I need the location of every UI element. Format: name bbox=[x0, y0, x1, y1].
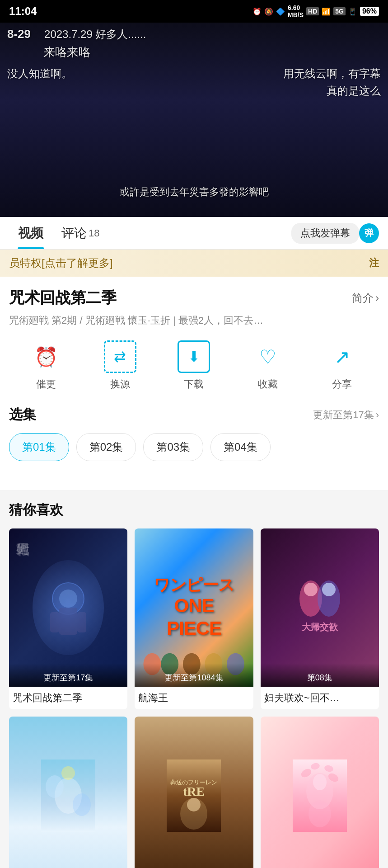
tab-video[interactable]: 视频 bbox=[9, 217, 52, 249]
card-bg-sky bbox=[9, 717, 127, 868]
card-image-marriage: 大帰交歓 第08集 bbox=[261, 528, 379, 687]
danmaku-item: 8-29 bbox=[7, 27, 31, 42]
danmaku-row-1: 8-29 2023.7.29 好多人...... bbox=[7, 27, 381, 42]
recommend-card-onepiece[interactable]: ワンピース ONE PIECE 更新至第1084集 航海王 bbox=[135, 528, 253, 709]
marriage-badge: 第08集 bbox=[261, 663, 379, 687]
danmaku-input-btn[interactable]: 点我发弹幕 bbox=[291, 223, 359, 244]
svg-point-12 bbox=[304, 583, 318, 596]
svg-point-17 bbox=[46, 775, 64, 798]
register-btn[interactable]: 注 bbox=[369, 256, 379, 270]
danmaku-icon-btn[interactable]: 弹 bbox=[359, 223, 379, 243]
status-icons: ⏰ 🔕 🔷 6.60MB/S HD 📶 5G 📱 96% bbox=[252, 4, 379, 19]
signal-icon: 📱 bbox=[348, 7, 357, 16]
recommend-card-sakura[interactable] bbox=[261, 717, 379, 868]
member-banner[interactable]: 员特权[点击了解更多] 注 bbox=[0, 250, 388, 277]
member-banner-text: 员特权[点击了解更多] bbox=[9, 256, 112, 270]
tab-video-label: 视频 bbox=[18, 225, 43, 242]
mute-icon: 🔕 bbox=[264, 7, 273, 16]
svg-rect-2 bbox=[59, 608, 77, 635]
share-btn[interactable]: ↗ 分享 bbox=[326, 340, 358, 391]
episode-list: 第01集 第02集 第03集 第04集 bbox=[9, 433, 379, 465]
recommend-card-marriage[interactable]: 大帰交歓 第08集 妇夫联欢~回不… bbox=[261, 528, 379, 709]
collect-label: 收藏 bbox=[258, 377, 278, 391]
episode-02-btn[interactable]: 第02集 bbox=[76, 433, 136, 461]
onepiece-badge: 更新至第1084集 bbox=[135, 663, 253, 687]
card-image-frieren: 葬送のフリーレン tRE bbox=[135, 717, 253, 868]
recommend-title: 猜你喜欢 bbox=[9, 501, 379, 519]
danmaku-row-4: 真的是这么 bbox=[7, 84, 381, 98]
tab-comments-label: 评论 bbox=[61, 225, 87, 242]
jjk-name: 咒术回战第二季 bbox=[9, 687, 127, 709]
source-label: 换源 bbox=[110, 377, 130, 391]
danmaku-item: 用无线云啊，有字幕 bbox=[283, 66, 381, 81]
svg-point-18 bbox=[73, 793, 91, 816]
card-bg-sakura bbox=[261, 717, 379, 868]
card-image-sakura bbox=[261, 717, 379, 868]
title-row: 咒术回战第二季 简介 › bbox=[9, 288, 379, 308]
5g-icon: 5G bbox=[333, 7, 346, 15]
svg-rect-4 bbox=[77, 612, 86, 632]
svg-point-32 bbox=[309, 800, 331, 827]
episode-03-btn[interactable]: 第03集 bbox=[143, 433, 203, 461]
svg-point-24 bbox=[187, 798, 201, 811]
collect-icon: ♡ bbox=[252, 340, 284, 373]
source-icon: ⇄ bbox=[104, 340, 136, 373]
source-btn[interactable]: ⇄ 换源 bbox=[104, 340, 136, 391]
share-label: 分享 bbox=[332, 377, 352, 391]
bluetooth-icon: 🔷 bbox=[276, 7, 285, 16]
marriage-name: 妇夫联欢~回不… bbox=[261, 687, 379, 709]
card-image-onepiece: ワンピース ONE PIECE 更新至第1084集 bbox=[135, 528, 253, 687]
jjk-badge: 更新至第17集 bbox=[9, 663, 127, 687]
onepiece-name: 航海王 bbox=[135, 687, 253, 709]
intro-link[interactable]: 简介 › bbox=[352, 291, 379, 305]
download-btn[interactable]: ⬇ 下载 bbox=[178, 340, 210, 391]
hd-badge: HD bbox=[306, 7, 319, 15]
recommend-card-frieren[interactable]: 葬送のフリーレン tRE bbox=[135, 717, 253, 868]
danmaku-item: 没人知道啊。 bbox=[7, 66, 72, 81]
tab-comments[interactable]: 评论 18 bbox=[52, 217, 108, 249]
svg-point-13 bbox=[322, 583, 336, 596]
card-bg-frieren: 葬送のフリーレン tRE bbox=[135, 717, 253, 868]
intro-chevron-icon: › bbox=[375, 292, 379, 304]
tab-bar: 视频 评论 18 点我发弹幕 弹 bbox=[0, 217, 388, 250]
episode-04-btn[interactable]: 第04集 bbox=[210, 433, 271, 461]
episodes-update-text: 更新至第17集 bbox=[313, 408, 374, 422]
danmaku-icon-label: 弹 bbox=[365, 227, 374, 239]
alarm-icon: ⏰ bbox=[252, 7, 262, 16]
sky-artwork bbox=[41, 760, 95, 832]
battery-indicator: 96% bbox=[360, 7, 379, 16]
share-icon: ↗ bbox=[326, 340, 358, 373]
anime-title: 咒术回战第二季 bbox=[9, 288, 117, 308]
recommend-card-jjk[interactable]: 咒術廻戦 更新至第17集 咒术回战第二季 bbox=[9, 528, 127, 709]
svg-text:tRE: tRE bbox=[183, 784, 205, 798]
svg-point-1 bbox=[59, 590, 77, 608]
bottom-danmaku: 或許是受到去年災害多發的影響吧 bbox=[0, 185, 388, 199]
status-time: 11:04 bbox=[9, 5, 37, 18]
recommend-card-sky[interactable] bbox=[9, 717, 127, 868]
svg-point-27 bbox=[313, 774, 327, 790]
episodes-more-link[interactable]: 更新至第17集 › bbox=[313, 408, 379, 422]
episodes-chevron-icon: › bbox=[376, 409, 379, 421]
danmaku-btn-label: 点我发弹幕 bbox=[300, 226, 350, 240]
wifi-icon: 📶 bbox=[322, 7, 331, 16]
remind-label: 催更 bbox=[36, 377, 56, 391]
episode-01-btn[interactable]: 第01集 bbox=[9, 433, 69, 461]
frieren-artwork: 葬送のフリーレン tRE bbox=[167, 760, 221, 832]
jjk-artwork bbox=[41, 576, 95, 639]
remind-icon: ⏰ bbox=[30, 340, 62, 373]
svg-point-19 bbox=[61, 766, 75, 780]
status-bar: 11:04 ⏰ 🔕 🔷 6.60MB/S HD 📶 5G 📱 96% bbox=[0, 0, 388, 23]
danmaku-row-3: 没人知道啊。 用无线云啊，有字幕 bbox=[7, 66, 381, 81]
danmaku-item: 真的是这么 bbox=[327, 84, 381, 98]
onepiece-logo: ワンピース ONE PIECE bbox=[154, 575, 234, 640]
danmaku-item: 来咯来咯 bbox=[43, 44, 90, 60]
collect-btn[interactable]: ♡ 收藏 bbox=[252, 340, 284, 391]
video-danmaku-overlay: 8-29 2023.7.29 好多人...... 来咯来咯 没人知道啊。 用无线… bbox=[0, 23, 388, 103]
video-player[interactable]: 8-29 2023.7.29 好多人...... 来咯来咯 没人知道啊。 用无线… bbox=[0, 23, 388, 217]
svg-point-0 bbox=[52, 583, 84, 614]
marriage-artwork: 大帰交歓 bbox=[293, 571, 347, 644]
danmaku-item: 2023.7.29 好多人...... bbox=[44, 27, 146, 42]
remind-btn[interactable]: ⏰ 催更 bbox=[30, 340, 62, 391]
content-area: 咒术回战第二季 简介 › 咒術廻戦 第2期 / 咒術廻戦 懷玉·玉折 | 最强2… bbox=[0, 277, 388, 490]
recommend-section: 猜你喜欢 咒術廻戦 更新至第17集 咒术回战第二季 bbox=[0, 490, 388, 868]
